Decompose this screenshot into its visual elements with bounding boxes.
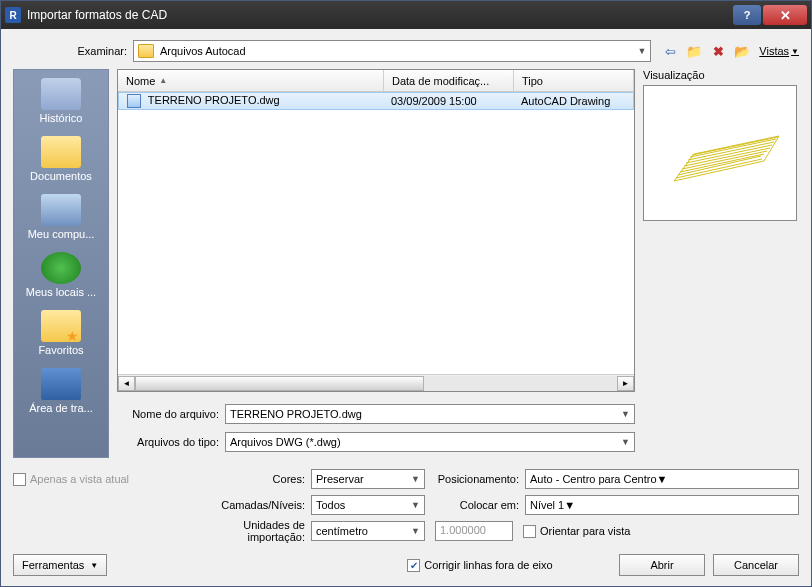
correct-lines-label: Corrigir linhas fora de eixo: [424, 559, 552, 571]
lookin-value: Arquivos Autocad: [160, 45, 246, 57]
places-history[interactable]: Histórico: [16, 76, 106, 126]
chevron-down-icon: ▼: [411, 526, 420, 536]
chevron-down-icon: ▼: [411, 474, 420, 484]
history-icon: [41, 78, 81, 110]
lookin-dropdown[interactable]: Arquivos Autocad ▼: [133, 40, 651, 62]
favorites-icon: [41, 310, 81, 342]
scroll-left-button[interactable]: ◄: [118, 376, 135, 391]
layers-dropdown[interactable]: Todos ▼: [311, 495, 425, 515]
places-bar: Histórico Documentos Meu compu... Meus l…: [13, 69, 109, 458]
cancel-button[interactable]: Cancelar: [713, 554, 799, 576]
orient-checkbox[interactable]: [523, 525, 536, 538]
folder-icon: [138, 44, 154, 58]
file-list: Nome ▲ Data de modificaç... Tipo TERRENO…: [117, 69, 635, 392]
colors-label: Cores:: [183, 473, 311, 485]
scroll-track[interactable]: [135, 376, 617, 391]
up-folder-button[interactable]: 📁: [685, 42, 703, 60]
placeon-dropdown[interactable]: Nível 1 ▼: [525, 495, 799, 515]
tools-menu-button[interactable]: Ferramentas ▼: [13, 554, 107, 576]
lookin-label: Examinar:: [13, 45, 133, 57]
column-name[interactable]: Nome ▲: [118, 70, 384, 91]
chevron-down-icon: ▼: [564, 499, 575, 511]
layers-label: Camadas/Níveis:: [183, 499, 311, 511]
preview-label: Visualização: [643, 69, 799, 81]
correct-lines-checkbox[interactable]: ✔: [407, 559, 420, 572]
back-button[interactable]: ⇦: [661, 42, 679, 60]
positioning-dropdown[interactable]: Auto - Centro para Centro ▼: [525, 469, 799, 489]
places-network[interactable]: Meus locais ...: [16, 250, 106, 300]
filename-label: Nome do arquivo:: [117, 408, 225, 420]
titlebar: R Importar formatos de CAD ? ✕: [1, 1, 811, 29]
views-menu[interactable]: Vistas ▼: [759, 45, 799, 57]
column-type[interactable]: Tipo: [514, 70, 634, 91]
file-list-header: Nome ▲ Data de modificaç... Tipo: [118, 70, 634, 92]
places-favorites[interactable]: Favoritos: [16, 308, 106, 358]
colors-dropdown[interactable]: Preservar ▼: [311, 469, 425, 489]
close-button[interactable]: ✕: [763, 5, 807, 25]
dialog-body: Examinar: Arquivos Autocad ▼ ⇦ 📁 ✖ 📂 Vis…: [1, 29, 811, 586]
help-button[interactable]: ?: [733, 5, 761, 25]
new-folder-button[interactable]: 📂: [733, 42, 751, 60]
app-icon: R: [5, 7, 21, 23]
chevron-down-icon: ▼: [657, 473, 668, 485]
dwg-file-icon: [127, 94, 141, 108]
places-documents[interactable]: Documentos: [16, 134, 106, 184]
delete-button[interactable]: ✖: [709, 42, 727, 60]
chevron-down-icon[interactable]: ▼: [621, 409, 630, 419]
chevron-down-icon: ▼: [411, 500, 420, 510]
open-button[interactable]: Abrir: [619, 554, 705, 576]
chevron-down-icon: ▼: [90, 561, 98, 570]
horizontal-scrollbar[interactable]: ◄ ►: [118, 374, 634, 391]
units-factor: 1.000000: [435, 521, 513, 541]
file-row[interactable]: TERRENO PROJETO.dwg 03/09/2009 15:00 Aut…: [118, 92, 634, 110]
chevron-down-icon[interactable]: ▼: [621, 437, 630, 447]
filetype-dropdown[interactable]: Arquivos DWG (*.dwg) ▼: [225, 432, 635, 452]
view-only-label: Apenas a vista atual: [30, 473, 129, 485]
computer-icon: [41, 194, 81, 226]
filetype-label: Arquivos do tipo:: [117, 436, 225, 448]
units-label: Unidades de importação:: [183, 519, 311, 543]
preview-pane: [643, 85, 797, 221]
preview-image: [644, 86, 797, 221]
desktop-icon: [41, 368, 81, 400]
column-date[interactable]: Data de modificaç...: [384, 70, 514, 91]
places-computer[interactable]: Meu compu...: [16, 192, 106, 242]
placeon-label: Colocar em:: [435, 499, 525, 511]
filename-input[interactable]: TERRENO PROJETO.dwg ▼: [225, 404, 635, 424]
dialog-window: R Importar formatos de CAD ? ✕ Examinar:…: [0, 0, 812, 587]
scroll-right-button[interactable]: ►: [617, 376, 634, 391]
chevron-down-icon: ▼: [637, 46, 646, 56]
orient-label: Orientar para vista: [540, 525, 630, 537]
sort-asc-icon: ▲: [159, 76, 167, 85]
scroll-thumb[interactable]: [135, 376, 424, 391]
units-dropdown[interactable]: centímetro ▼: [311, 521, 425, 541]
view-only-checkbox[interactable]: [13, 473, 26, 486]
chevron-down-icon: ▼: [791, 47, 799, 56]
globe-icon: [41, 252, 81, 284]
folder-icon: [41, 136, 81, 168]
window-title: Importar formatos de CAD: [27, 8, 731, 22]
places-desktop[interactable]: Área de tra...: [16, 366, 106, 416]
positioning-label: Posicionamento:: [435, 473, 525, 485]
